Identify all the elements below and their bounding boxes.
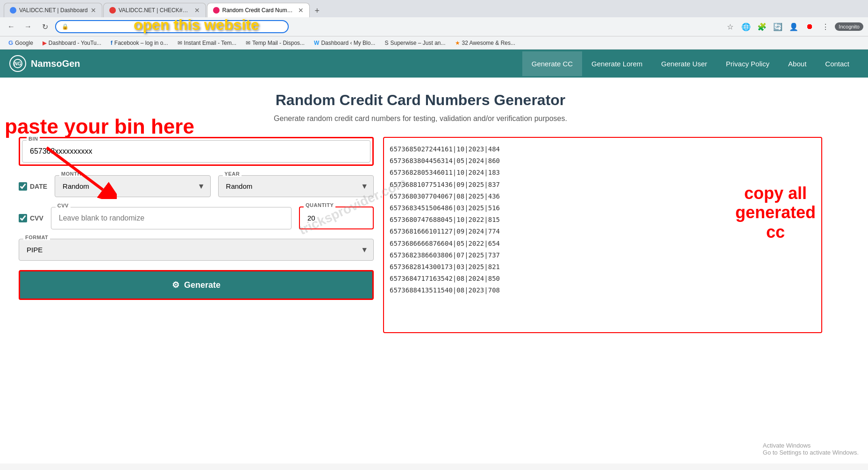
nav-generate-user[interactable]: Generate User [652, 51, 716, 76]
tab-title-1: VALIDCC.NET | Dashboard [19, 7, 88, 14]
date-label: DATE [30, 183, 47, 190]
output-line: 6573688413511540|08|2023|708 [390, 285, 816, 296]
facebook-favicon: f [111, 40, 113, 46]
format-select-wrapper: FORMAT PIPE JSON CSV ▼ [19, 239, 374, 261]
google-favicon: G [8, 39, 13, 46]
back-button[interactable]: ← [5, 20, 18, 33]
superwise-favicon: S [384, 40, 388, 46]
main-content: paste your bin here Random Credit Card N… [0, 78, 841, 347]
extension-icon[interactable]: 🧩 [755, 20, 768, 33]
bookmark-superwise[interactable]: S Superwise – Just an... [381, 38, 449, 48]
gear-icon: ⚙ [172, 280, 179, 290]
update-icon[interactable]: 🔄 [771, 20, 784, 33]
browser-tab-2[interactable]: VALIDCC.NET | CHECK#GLOW ✕ [103, 3, 206, 17]
bookmark-google-label: Google [15, 40, 33, 46]
output-line: 6573683451506486|03|2025|516 [390, 202, 816, 214]
format-label: FORMAT [23, 235, 50, 240]
form-left: BIN DATE MONTH Random 010203 [19, 137, 374, 333]
bookmark-instant-email[interactable]: ✉ Instant Email - Tem... [174, 38, 240, 48]
tab-title-3: Random Credit Card Numbers G... [222, 7, 295, 14]
output-area[interactable]: 6573685027244161|10|2023|484657368380445… [383, 137, 822, 333]
date-checkbox-label[interactable]: DATE [19, 182, 47, 191]
output-container: 6573685027244161|10|2023|484657368380445… [383, 137, 822, 333]
output-line: 6573682386603806|07|2025|737 [390, 249, 816, 261]
temp-mail-favicon: ✉ [246, 40, 250, 46]
menu-icon[interactable]: ⋮ [819, 20, 832, 33]
bookmark-temp-mail[interactable]: ✉ Temp Mail - Dispos... [242, 38, 308, 48]
bookmarks-bar: G Google ▶ Dashboard - YouTu... f Facebo… [0, 36, 868, 50]
instant-email-favicon: ✉ [178, 40, 182, 46]
bin-input[interactable] [22, 140, 370, 163]
cvv-quantity-row: CVV CVV QUANTITY [19, 207, 374, 229]
incognito-badge: Incognito [835, 22, 863, 31]
new-tab-button[interactable]: + [311, 4, 324, 17]
bookmark-superwise-label: Superwise – Just an... [390, 40, 445, 46]
tab-favicon-2 [109, 7, 116, 14]
nav-about[interactable]: About [779, 51, 816, 76]
awesome-favicon: ★ [455, 40, 460, 46]
browser-tab-1[interactable]: VALIDCC.NET | Dashboard ✕ [4, 3, 102, 17]
output-line: 6573683804456314|05|2024|860 [390, 155, 816, 167]
address-bar[interactable]: 🔒 namso-gen.com [55, 20, 289, 33]
website-container: NG NamsoGen Generate CC Generate Lorem G… [0, 50, 868, 463]
cvv-checkbox[interactable] [19, 214, 27, 222]
generate-button[interactable]: ⚙ Generate [19, 270, 374, 300]
site-logo[interactable]: NG NamsoGen [9, 55, 80, 72]
nav-generate-lorem[interactable]: Generate Lorem [582, 51, 652, 76]
quantity-label: QUANTITY [304, 202, 335, 208]
tab-close-1[interactable]: ✕ [91, 7, 96, 14]
browser-tab-3[interactable]: Random Credit Card Numbers G... ✕ [207, 3, 310, 17]
tab-close-3[interactable]: ✕ [298, 7, 304, 14]
tab-close-2[interactable]: ✕ [194, 7, 200, 14]
nav-privacy-policy[interactable]: Privacy Policy [717, 51, 779, 76]
lock-icon: 🔒 [62, 23, 69, 30]
page-title: Random Credit Card Numbers Generator [19, 92, 822, 109]
bookmark-dashboard-blog[interactable]: W Dashboard ‹ My Blo... [310, 38, 379, 48]
bookmark-awesome[interactable]: ★ 32 Awesome & Res... [451, 38, 519, 48]
bookmark-temp-mail-label: Temp Mail - Dispos... [252, 40, 305, 46]
profile-icon[interactable]: 👤 [787, 20, 800, 33]
generate-label: Generate [184, 280, 221, 290]
output-line: 6573688107751436|09|2025|837 [390, 179, 816, 191]
quantity-field-group: QUANTITY [299, 207, 374, 229]
year-select[interactable]: Random 2022202320242025 [218, 175, 374, 197]
refresh-button[interactable]: ↻ [38, 20, 51, 33]
nav-generate-cc[interactable]: Generate CC [522, 51, 582, 76]
bookmark-blog-label: Dashboard ‹ My Blo... [321, 40, 375, 46]
logo-icon: NG [9, 55, 26, 72]
output-line: 6573686666876604|05|2022|654 [390, 238, 816, 249]
tab-favicon-3 [213, 7, 220, 14]
bookmark-star-icon[interactable]: ☆ [724, 20, 737, 33]
cvv-input[interactable] [51, 207, 292, 229]
browser-chrome: VALIDCC.NET | Dashboard ✕ VALIDCC.NET | … [0, 0, 868, 50]
world-icon[interactable]: 🌐 [740, 20, 753, 33]
format-select[interactable]: PIPE JSON CSV [19, 239, 374, 261]
quantity-input[interactable] [299, 207, 374, 229]
output-line: 6573685027244161|10|2023|484 [390, 143, 816, 155]
output-line: 6573684717163542|08|2024|850 [390, 273, 816, 285]
output-line: 6573680307704067|08|2025|436 [390, 191, 816, 202]
record-icon[interactable]: ⏺ [803, 20, 816, 33]
address-input[interactable]: namso-gen.com [71, 23, 282, 30]
blog-favicon: W [314, 40, 319, 46]
cvv-field-label: CVV [56, 203, 71, 208]
output-line: 6573680747688045|10|2022|815 [390, 214, 816, 226]
bookmark-youtube-label: Dashboard - YouTu... [49, 40, 101, 46]
form-grid: BIN DATE MONTH Random 010203 [19, 137, 822, 333]
date-checkbox[interactable] [19, 182, 27, 191]
browser-toolbar: ← → ↻ 🔒 namso-gen.com open this website … [0, 17, 868, 36]
forward-button[interactable]: → [21, 20, 35, 33]
youtube-favicon: ▶ [43, 40, 47, 46]
bookmark-google[interactable]: G Google [5, 38, 37, 48]
output-line: 6573682805346011|10|2024|183 [390, 167, 816, 178]
toolbar-right: ☆ 🌐 🧩 🔄 👤 ⏺ ⋮ Incognito [724, 20, 863, 33]
month-label: MONTH [59, 171, 83, 177]
bookmark-youtube[interactable]: ▶ Dashboard - YouTu... [39, 38, 105, 48]
page-subtitle: Generate random credit card numbers for … [19, 114, 822, 123]
nav-contact[interactable]: Contact [816, 51, 859, 76]
cvv-checkbox-label[interactable]: CVV [19, 214, 43, 222]
cvv-label-text: CVV [30, 214, 43, 222]
bin-field-group: BIN [22, 140, 370, 163]
month-select[interactable]: Random 010203 040506 070809 101112 [55, 175, 210, 197]
bookmark-facebook[interactable]: f Facebook – log in o... [107, 38, 172, 48]
